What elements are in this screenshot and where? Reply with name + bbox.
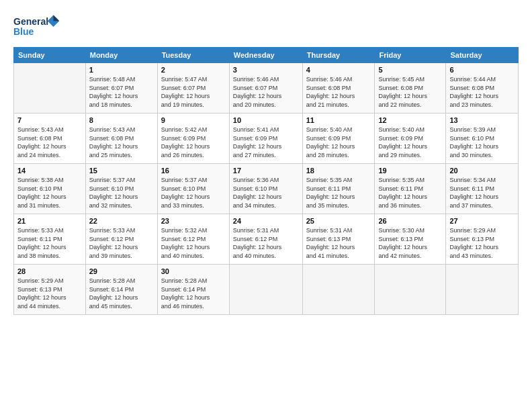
day-info: Sunrise: 5:41 AM Sunset: 6:09 PM Dayligh… [233,126,299,159]
day-info: Sunrise: 5:39 AM Sunset: 6:10 PM Dayligh… [449,126,515,159]
calendar-cell: 3Sunrise: 5:46 AM Sunset: 6:07 PM Daylig… [229,63,302,113]
day-info: Sunrise: 5:37 AM Sunset: 6:10 PM Dayligh… [89,176,154,210]
calendar-cell: 7Sunrise: 5:43 AM Sunset: 6:08 PM Daylig… [14,113,86,164]
day-number: 24 [233,217,299,225]
day-info: Sunrise: 5:43 AM Sunset: 6:08 PM Dayligh… [17,126,82,159]
day-number: 7 [17,116,82,124]
calendar-cell: 22Sunrise: 5:33 AM Sunset: 6:12 PM Dayli… [85,214,157,265]
col-header-tuesday: Tuesday [157,48,229,63]
calendar-cell: 4Sunrise: 5:46 AM Sunset: 6:08 PM Daylig… [302,63,375,113]
svg-text:General: General [13,16,48,27]
day-number: 25 [306,217,371,225]
col-header-saturday: Saturday [446,48,519,63]
calendar-cell: 16Sunrise: 5:37 AM Sunset: 6:10 PM Dayli… [157,164,229,214]
day-info: Sunrise: 5:29 AM Sunset: 6:13 PM Dayligh… [17,277,82,310]
calendar-cell: 14Sunrise: 5:38 AM Sunset: 6:10 PM Dayli… [14,164,86,214]
calendar-cell [14,63,86,113]
day-number: 30 [161,267,226,275]
day-number: 18 [306,167,371,175]
calendar-cell [446,265,519,315]
day-info: Sunrise: 5:38 AM Sunset: 6:10 PM Dayligh… [17,176,82,210]
day-info: Sunrise: 5:33 AM Sunset: 6:12 PM Dayligh… [89,226,154,260]
calendar-week-row: 14Sunrise: 5:38 AM Sunset: 6:10 PM Dayli… [14,164,519,214]
day-number: 9 [161,116,226,124]
day-number: 15 [89,167,154,175]
page: General Blue SundayMondayTuesdayWednesda… [0,0,532,411]
calendar-week-row: 1Sunrise: 5:48 AM Sunset: 6:07 PM Daylig… [14,63,519,113]
calendar-cell: 10Sunrise: 5:41 AM Sunset: 6:09 PM Dayli… [229,113,302,164]
day-number: 8 [89,116,154,124]
calendar-cell: 28Sunrise: 5:29 AM Sunset: 6:13 PM Dayli… [14,265,86,315]
day-info: Sunrise: 5:35 AM Sunset: 6:11 PM Dayligh… [378,176,442,210]
day-info: Sunrise: 5:42 AM Sunset: 6:09 PM Dayligh… [161,126,226,159]
calendar-cell: 15Sunrise: 5:37 AM Sunset: 6:10 PM Dayli… [85,164,157,214]
day-number: 4 [306,66,371,74]
day-info: Sunrise: 5:37 AM Sunset: 6:10 PM Dayligh… [161,176,226,210]
day-number: 10 [233,116,299,124]
calendar-cell: 21Sunrise: 5:33 AM Sunset: 6:11 PM Dayli… [14,214,86,265]
day-info: Sunrise: 5:46 AM Sunset: 6:08 PM Dayligh… [306,75,371,109]
day-number: 17 [233,167,299,175]
calendar-cell [302,265,375,315]
day-info: Sunrise: 5:34 AM Sunset: 6:11 PM Dayligh… [449,176,515,210]
calendar-week-row: 7Sunrise: 5:43 AM Sunset: 6:08 PM Daylig… [14,113,519,164]
calendar-cell: 17Sunrise: 5:36 AM Sunset: 6:10 PM Dayli… [229,164,302,214]
day-number: 3 [233,66,299,74]
day-number: 16 [161,167,226,175]
day-info: Sunrise: 5:45 AM Sunset: 6:08 PM Dayligh… [378,75,442,109]
day-info: Sunrise: 5:31 AM Sunset: 6:13 PM Dayligh… [306,226,371,260]
calendar-cell: 25Sunrise: 5:31 AM Sunset: 6:13 PM Dayli… [302,214,375,265]
day-info: Sunrise: 5:32 AM Sunset: 6:12 PM Dayligh… [161,226,226,260]
logo: General Blue [13,12,60,42]
calendar-cell: 2Sunrise: 5:47 AM Sunset: 6:07 PM Daylig… [157,63,229,113]
day-info: Sunrise: 5:31 AM Sunset: 6:12 PM Dayligh… [233,226,299,260]
header: General Blue [13,12,519,42]
col-header-wednesday: Wednesday [229,48,302,63]
calendar-week-row: 21Sunrise: 5:33 AM Sunset: 6:11 PM Dayli… [14,214,519,265]
day-info: Sunrise: 5:48 AM Sunset: 6:07 PM Dayligh… [89,75,154,109]
day-number: 19 [378,167,442,175]
calendar-cell: 24Sunrise: 5:31 AM Sunset: 6:12 PM Dayli… [229,214,302,265]
logo-svg: General Blue [13,12,60,42]
calendar-cell [375,265,446,315]
day-number: 6 [449,66,515,74]
day-number: 13 [449,116,515,124]
col-header-sunday: Sunday [14,48,86,63]
calendar-cell: 11Sunrise: 5:40 AM Sunset: 6:09 PM Dayli… [302,113,375,164]
col-header-thursday: Thursday [302,48,375,63]
day-number: 22 [89,217,154,225]
day-info: Sunrise: 5:46 AM Sunset: 6:07 PM Dayligh… [233,75,299,109]
day-number: 11 [306,116,371,124]
calendar-cell: 13Sunrise: 5:39 AM Sunset: 6:10 PM Dayli… [446,113,519,164]
day-number: 21 [17,217,82,225]
day-info: Sunrise: 5:33 AM Sunset: 6:11 PM Dayligh… [17,226,82,260]
calendar-cell: 29Sunrise: 5:28 AM Sunset: 6:14 PM Dayli… [85,265,157,315]
day-info: Sunrise: 5:30 AM Sunset: 6:13 PM Dayligh… [378,226,442,260]
day-number: 26 [378,217,442,225]
day-number: 28 [17,267,82,275]
day-number: 2 [161,66,226,74]
calendar-week-row: 28Sunrise: 5:29 AM Sunset: 6:13 PM Dayli… [14,265,519,315]
day-info: Sunrise: 5:40 AM Sunset: 6:09 PM Dayligh… [378,126,442,159]
day-number: 20 [449,167,515,175]
day-info: Sunrise: 5:40 AM Sunset: 6:09 PM Dayligh… [306,126,371,159]
day-info: Sunrise: 5:47 AM Sunset: 6:07 PM Dayligh… [161,75,226,109]
calendar-cell: 30Sunrise: 5:28 AM Sunset: 6:14 PM Dayli… [157,265,229,315]
day-number: 14 [17,167,82,175]
calendar-cell: 8Sunrise: 5:43 AM Sunset: 6:08 PM Daylig… [85,113,157,164]
day-info: Sunrise: 5:36 AM Sunset: 6:10 PM Dayligh… [233,176,299,210]
calendar-table: SundayMondayTuesdayWednesdayThursdayFrid… [13,47,519,315]
calendar-cell: 6Sunrise: 5:44 AM Sunset: 6:08 PM Daylig… [446,63,519,113]
day-number: 1 [89,66,154,74]
day-number: 5 [378,66,442,74]
day-info: Sunrise: 5:43 AM Sunset: 6:08 PM Dayligh… [89,126,154,159]
calendar-cell: 27Sunrise: 5:29 AM Sunset: 6:13 PM Dayli… [446,214,519,265]
svg-text:Blue: Blue [13,26,34,37]
day-number: 12 [378,116,442,124]
calendar-cell: 5Sunrise: 5:45 AM Sunset: 6:08 PM Daylig… [375,63,446,113]
calendar-cell: 26Sunrise: 5:30 AM Sunset: 6:13 PM Dayli… [375,214,446,265]
day-info: Sunrise: 5:28 AM Sunset: 6:14 PM Dayligh… [89,277,154,310]
day-info: Sunrise: 5:29 AM Sunset: 6:13 PM Dayligh… [449,226,515,260]
calendar-cell: 20Sunrise: 5:34 AM Sunset: 6:11 PM Dayli… [446,164,519,214]
day-number: 27 [449,217,515,225]
